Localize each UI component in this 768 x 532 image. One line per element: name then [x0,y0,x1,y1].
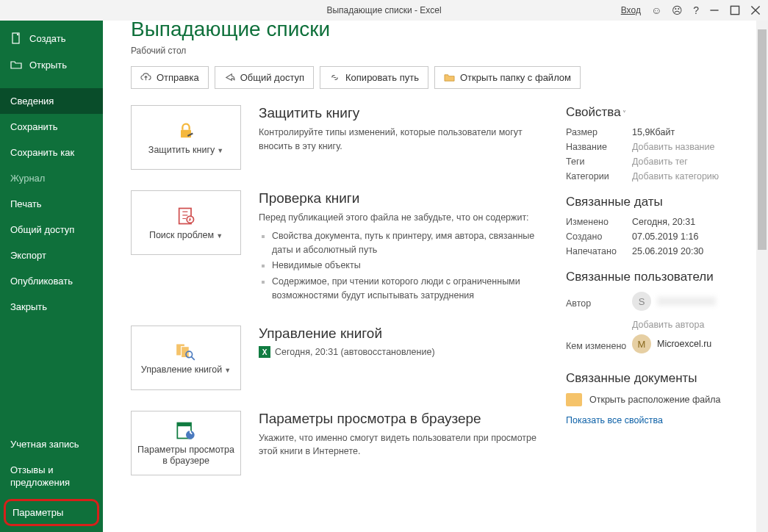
sidebar-item-create[interactable]: Создать [0,25,103,51]
list-item: Невидимые объекты [272,259,545,273]
prop-label: Изменено [566,217,632,227]
sidebar-label: предложения [10,477,70,488]
sidebar-item-close[interactable]: Закрыть [0,294,103,320]
author-row[interactable]: S [632,292,716,311]
smile-icon[interactable]: ☺ [651,4,661,16]
sidebar-item-open[interactable]: Открыть [0,51,103,78]
sidebar-label: Печать [10,198,42,209]
tile-label: Поиск проблем [149,230,214,240]
share-button[interactable]: Общий доступ [215,66,314,89]
prop-label: Категории [566,171,632,181]
sidebar-item-save[interactable]: Сохранить [0,114,103,140]
properties-panel: Свойства ˅ Размер15,9Кбайт НазваниеДобав… [566,105,746,475]
section-title: Параметры просмотра в браузере [259,411,545,427]
tile-label: Управление книгой [141,364,223,375]
prop-label: Теги [566,157,632,167]
sidebar-item-share[interactable]: Общий доступ [0,217,103,242]
svg-rect-1 [731,6,739,14]
prop-label: Название [566,142,632,152]
close-icon[interactable] [750,5,761,15]
svg-text:X: X [262,348,268,356]
sidebar-item-history: Журнал [0,165,103,191]
scrollbar-thumb[interactable] [758,29,767,250]
prop-label: Кем изменено [566,341,632,351]
lock-icon [176,120,196,142]
add-author[interactable]: Добавить автора [632,320,704,330]
svg-rect-5 [181,129,191,137]
sidebar-label: Экспорт [10,250,46,261]
tile-label: Параметры просмотра в браузере [137,445,234,466]
maximize-icon[interactable] [730,5,740,15]
file-new-icon [10,32,22,44]
chevron-down-icon: ▼ [216,232,223,240]
sidebar-item-export[interactable]: Экспорт [0,242,103,268]
sidebar-item-publish[interactable]: Опубликовать [0,268,103,294]
excel-file-icon: X [259,346,270,358]
chevron-down-icon: ▼ [217,147,223,154]
sidebar-label: Сведения [10,96,54,107]
section-text: Контролируйте типы изменений, которые по… [259,126,545,154]
backstage-sidebar: Создать Открыть Сведения Сохранить Сохра… [0,21,103,532]
browser-tile[interactable]: Параметры просмотра в браузере [131,411,241,475]
minimize-icon[interactable] [709,5,719,15]
autorecover-label: Сегодня, 20:31 (автовосстановление) [275,347,435,357]
avatar: S [632,292,651,311]
properties-header[interactable]: Свойства ˅ [566,105,746,120]
sidebar-item-save-as[interactable]: Сохранить как [0,140,103,165]
sad-icon[interactable]: ☹ [672,4,683,16]
copy-path-button[interactable]: Копировать путь [320,66,428,89]
show-all-properties-link[interactable]: Показать все свойства [566,415,746,425]
titlebar: Выпадающие списки - Excel Вход ☺ ☹ ? [0,0,768,21]
share-icon [224,72,235,83]
prop-value: 07.05.2019 1:16 [632,231,698,242]
prop-label: Размер [566,127,632,137]
autorecover-entry[interactable]: X Сегодня, 20:31 (автовосстановление) [259,346,545,358]
docs-header: Связанные документы [566,371,746,386]
sidebar-item-account[interactable]: Учетная запись [0,431,103,457]
scrollbar[interactable] [756,21,768,532]
button-label: Отправка [157,72,199,83]
prop-value[interactable]: Добавить название [632,142,714,152]
dates-header: Связанные даты [566,195,746,209]
modified-by-row[interactable]: MMicroexcel.ru [632,334,711,353]
users-header: Связанные пользователи [566,270,746,284]
section-text: Укажите, что именно смогут видеть пользо… [259,431,545,459]
folder-icon [566,393,582,406]
modified-by-name: Microexcel.ru [657,339,711,349]
manage-tile[interactable]: Управление книгой▼ [131,326,241,390]
protect-tile[interactable]: Защитить книгу▼ [131,105,241,170]
help-icon[interactable]: ? [693,4,699,16]
prop-label: Напечатано [566,246,632,256]
page-title: Выпадающие списки [131,21,746,41]
upload-button[interactable]: Отправка [131,66,209,89]
open-location-row[interactable]: Открыть расположение файла [566,393,746,406]
login-link[interactable]: Вход [621,5,641,15]
prop-value[interactable]: Добавить тег [632,157,688,167]
sidebar-label: Параметры [12,507,63,518]
sidebar-label: Сохранить как [10,147,74,158]
list-item: Свойства документа, путь к принтеру, имя… [272,229,545,257]
browser-options-icon [176,420,196,442]
author-name-redacted [657,297,716,306]
link-icon [329,72,340,83]
open-folder-button[interactable]: Открыть папку с файлом [434,66,581,89]
upload-icon [140,72,151,83]
prop-value: 25.06.2019 20:30 [632,246,703,256]
sidebar-item-feedback[interactable]: Отзывы и предложения [0,457,103,497]
sidebar-label: Опубликовать [10,276,73,287]
svg-rect-15 [177,423,191,426]
sidebar-label: Открыть [29,60,67,71]
sidebar-item-info[interactable]: Сведения [0,88,103,114]
button-label: Открыть папку с файлом [460,72,571,83]
section-title: Защитить книгу [259,105,545,121]
sidebar-label: Общий доступ [10,224,74,235]
chevron-down-icon: ▼ [224,367,231,374]
sidebar-item-print[interactable]: Печать [0,191,103,217]
page-subtitle: Рабочий стол [131,46,746,56]
sidebar-item-options[interactable]: Параметры [4,499,99,526]
sidebar-label: Создать [29,33,65,44]
prop-value[interactable]: Добавить категорию [632,171,719,181]
folder-open-icon [10,59,22,71]
inspect-icon [176,205,196,227]
inspect-tile[interactable]: Поиск проблем▼ [131,190,241,255]
